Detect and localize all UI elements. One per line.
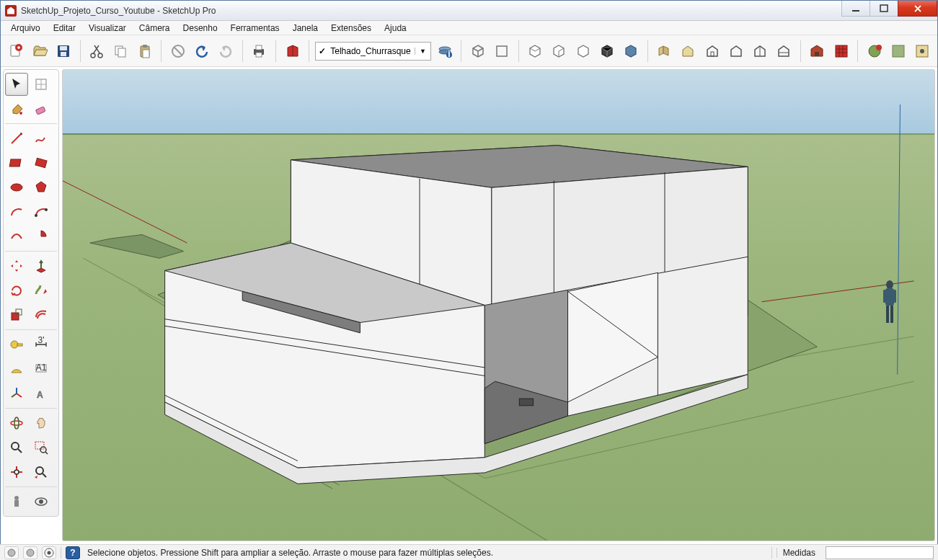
circle-tool[interactable] xyxy=(5,176,28,199)
dimension-tool[interactable]: 3' xyxy=(30,333,53,356)
3d-viewport[interactable] xyxy=(62,69,935,541)
maximize-button[interactable] xyxy=(870,1,898,17)
menu-extensoes[interactable]: Extensões xyxy=(325,22,377,35)
top-view-button[interactable] xyxy=(491,40,512,62)
left-view-button[interactable] xyxy=(596,40,617,62)
line-tool[interactable] xyxy=(5,127,28,150)
menu-ferramentas[interactable]: Ferramentas xyxy=(225,22,286,35)
measurements-label: Medidas xyxy=(776,548,821,558)
texture1-button[interactable] xyxy=(831,40,851,62)
layer-combo[interactable]: ✓ Telhado_Churrasque ▼ xyxy=(315,42,431,61)
model-info-button[interactable] xyxy=(282,40,303,62)
rectangle-tool[interactable] xyxy=(5,151,28,174)
svg-point-38 xyxy=(45,208,48,211)
statusbar: ? Selecione objetos. Pressione Shift par… xyxy=(0,544,938,560)
open-file-button[interactable] xyxy=(29,40,50,62)
house1-icon[interactable] xyxy=(678,40,699,62)
menu-visualizar[interactable]: Visualizar xyxy=(83,22,132,35)
house4-icon[interactable] xyxy=(749,40,770,62)
claim-button[interactable] xyxy=(42,546,56,559)
axes-tool[interactable] xyxy=(5,382,28,405)
freehand-tool[interactable] xyxy=(30,127,53,150)
rotate-tool[interactable] xyxy=(5,279,28,302)
scale-tool[interactable] xyxy=(5,303,28,326)
menu-janela[interactable]: Janela xyxy=(287,22,324,35)
print-button[interactable] xyxy=(249,40,270,62)
bottom-view-button[interactable] xyxy=(620,40,641,62)
svg-text:?: ? xyxy=(70,548,75,558)
close-button[interactable] xyxy=(898,1,937,17)
house3-icon[interactable] xyxy=(725,40,746,62)
menu-arquivo[interactable]: Arquivo xyxy=(5,22,46,35)
copy-button[interactable] xyxy=(110,40,131,62)
svg-rect-34 xyxy=(9,159,21,166)
svg-point-36 xyxy=(11,184,22,191)
protractor-tool[interactable] xyxy=(5,357,28,381)
minimize-button[interactable] xyxy=(841,1,870,17)
credits-button[interactable] xyxy=(23,546,37,559)
followme-tool[interactable] xyxy=(30,279,53,302)
position-camera-tool[interactable] xyxy=(5,490,28,513)
component-button[interactable] xyxy=(654,40,675,62)
move-tool[interactable] xyxy=(5,254,28,277)
pushpull-tool[interactable] xyxy=(30,254,53,277)
paste-button[interactable] xyxy=(134,40,155,62)
zoom-tool[interactable] xyxy=(5,436,28,459)
menu-desenho[interactable]: Desenho xyxy=(177,22,224,35)
iso-view-button[interactable] xyxy=(467,40,488,62)
zoom-extents-tool[interactable] xyxy=(5,461,28,484)
2pt-arc-tool[interactable] xyxy=(30,200,53,223)
previous-view-tool[interactable] xyxy=(30,461,53,484)
orbit-tool[interactable] xyxy=(5,412,28,435)
pie-tool[interactable] xyxy=(30,225,53,248)
add-location-button[interactable] xyxy=(864,40,885,62)
pan-tool[interactable] xyxy=(30,412,53,435)
svg-rect-42 xyxy=(17,344,22,346)
make-component-tool[interactable] xyxy=(30,73,53,96)
cut-button[interactable] xyxy=(87,40,107,62)
window-controls xyxy=(842,1,937,20)
svg-rect-95 xyxy=(890,306,893,323)
offset-tool[interactable] xyxy=(30,303,53,326)
svg-rect-94 xyxy=(886,306,889,323)
text-tool[interactable]: A1 xyxy=(30,357,53,381)
polygon-tool[interactable] xyxy=(30,176,53,199)
menu-editar[interactable]: Editar xyxy=(48,22,81,35)
erase-button[interactable] xyxy=(167,40,188,62)
svg-rect-50 xyxy=(35,442,44,449)
new-file-button[interactable] xyxy=(5,40,26,62)
back-view-button[interactable] xyxy=(572,40,593,62)
geolocation-button[interactable] xyxy=(4,546,19,559)
rotated-rect-tool[interactable] xyxy=(30,151,53,174)
select-tool[interactable] xyxy=(5,73,28,96)
save-button[interactable] xyxy=(53,40,74,62)
tape-tool[interactable] xyxy=(5,333,28,356)
redo-button[interactable] xyxy=(216,40,236,62)
paint-bucket-tool[interactable] xyxy=(5,97,28,120)
svg-point-47 xyxy=(11,421,22,425)
measurements-input[interactable] xyxy=(826,546,934,559)
terrain-button[interactable] xyxy=(888,40,909,62)
menu-ajuda[interactable]: Ajuda xyxy=(379,22,412,35)
undo-button[interactable] xyxy=(191,40,212,62)
house2-icon[interactable] xyxy=(702,40,722,62)
front-view-button[interactable] xyxy=(525,40,546,62)
chevron-down-icon: ▼ xyxy=(415,48,428,55)
3pt-arc-tool[interactable] xyxy=(5,225,28,248)
look-around-tool[interactable] xyxy=(30,490,53,513)
help-button[interactable]: ? xyxy=(66,546,80,559)
svg-point-49 xyxy=(12,443,19,450)
eraser-tool[interactable] xyxy=(30,97,53,120)
svg-point-54 xyxy=(14,496,19,500)
photo-texture-button[interactable] xyxy=(912,40,933,62)
zoom-window-tool[interactable] xyxy=(30,436,53,459)
house5-icon[interactable] xyxy=(774,40,795,62)
menu-camera[interactable]: Câmera xyxy=(133,22,176,35)
layer-manager-button[interactable]: i xyxy=(434,40,455,62)
svg-rect-33 xyxy=(35,107,45,115)
arc-tool[interactable] xyxy=(5,200,28,223)
svg-rect-96 xyxy=(883,290,885,303)
3dtext-tool[interactable]: A xyxy=(30,382,53,405)
right-view-button[interactable] xyxy=(549,40,570,62)
warehouse-button[interactable] xyxy=(807,40,828,62)
